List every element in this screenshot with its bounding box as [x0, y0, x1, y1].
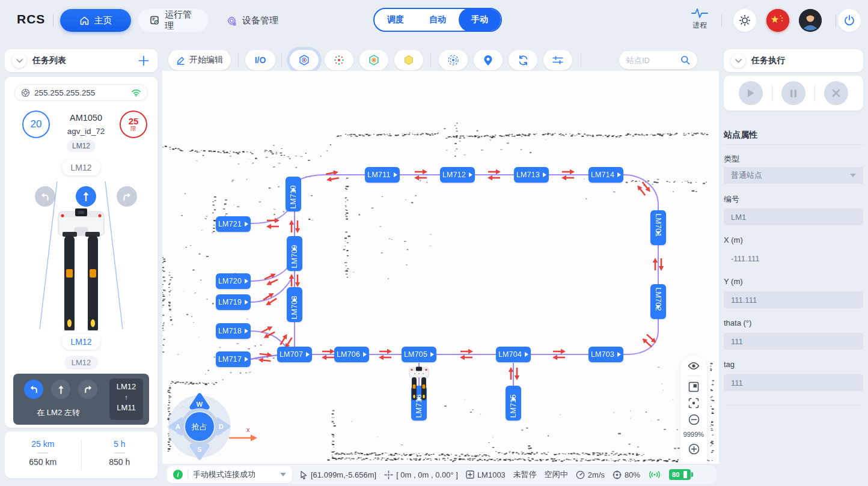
layer-area-button[interactable] [394, 50, 423, 70]
station-label-LM701[interactable]: LM701 [650, 210, 666, 245]
search-icon[interactable] [680, 55, 690, 65]
station-label-LM717[interactable]: LM717 [216, 351, 251, 367]
direction-triangle-icon [363, 352, 367, 357]
station-label-LM703[interactable]: LM703 [588, 347, 623, 362]
field-number-label: 编号 [724, 194, 739, 205]
collapse-task-list-button[interactable] [12, 53, 26, 68]
station-label-LM702[interactable]: LM702 [650, 284, 666, 319]
cursor-position-value: [61.099m,-5.656m] [311, 470, 376, 479]
station-label-LM718[interactable]: LM718 [216, 323, 251, 339]
task-cancel-button[interactable] [824, 81, 848, 105]
radar-button[interactable] [439, 50, 468, 70]
divider [37, 452, 48, 454]
field-tag-input[interactable]: 111 [724, 374, 863, 391]
station-label-LM707[interactable]: LM707 [277, 347, 312, 362]
connection-status-dropdown[interactable]: i 手动模式连接成功 [167, 466, 292, 483]
station-label-LM709[interactable]: LM709 [287, 236, 302, 271]
user-avatar[interactable] [799, 9, 822, 32]
nav-turn-left-button[interactable] [24, 380, 43, 399]
minimap-button[interactable] [688, 381, 699, 392]
station-label-LM704[interactable]: LM704 [496, 347, 531, 362]
task-exec-header: 任务执行 [724, 49, 863, 72]
zoom-in-button[interactable] [688, 443, 700, 455]
field-type-label: 类型 [724, 154, 739, 165]
nav-operation[interactable]: 运行管理 [138, 9, 208, 32]
location-pin-icon [483, 55, 493, 66]
direction-triangle-icon [245, 222, 248, 226]
nav-straight-button[interactable] [51, 380, 70, 399]
station-label-LM711[interactable]: LM711 [365, 167, 400, 183]
io-button[interactable]: I/O [245, 50, 275, 70]
collapse-task-exec-button[interactable] [731, 53, 745, 68]
station-label-LM712[interactable]: LM712 [440, 167, 475, 183]
refresh-button[interactable] [509, 50, 537, 70]
power-button[interactable] [838, 9, 861, 32]
zoom-out-button[interactable] [688, 414, 700, 425]
gauge-icon [576, 470, 585, 479]
station-label-LM706[interactable]: LM706 [334, 347, 369, 362]
center-focus-button[interactable] [688, 398, 699, 409]
map-canvas-area[interactable]: LM710LM709LM708LM721LM720LM719LM718LM717… [162, 71, 719, 464]
language-flag-button[interactable] [766, 9, 789, 32]
layer-scatter-button[interactable] [325, 50, 353, 70]
station-label-LM710[interactable]: LM710 [286, 177, 301, 211]
field-y-value: 111.111 [731, 296, 757, 305]
hexagon-target-icon [368, 54, 380, 66]
mode-dispatch[interactable]: 调度 [374, 8, 417, 32]
field-type-select[interactable]: 普通站点 [724, 167, 863, 184]
process-button[interactable]: 进程 [688, 7, 712, 31]
mode-auto[interactable]: 自动 [417, 8, 459, 32]
joystick-down-label: S [197, 446, 201, 453]
start-edit-button[interactable]: 开始编辑 [168, 50, 231, 70]
agv-robot-marker[interactable] [408, 366, 430, 401]
field-y-input[interactable]: 111.111 [724, 291, 863, 308]
station-label-LM719[interactable]: LM719 [216, 294, 251, 310]
nav-instruction: 在 LM2 左转 [13, 407, 103, 418]
field-theta-value: 111 [731, 337, 743, 346]
speed-limit-value: 25 [129, 117, 139, 126]
mode-manual[interactable]: 手动 [459, 8, 501, 32]
divider [53, 14, 53, 27]
nav-turn-right-button[interactable] [78, 380, 97, 399]
station-label-LM720[interactable]: LM720 [216, 273, 251, 289]
agv-ip-field[interactable]: 255.255.255.255 [14, 84, 148, 101]
task-list-title: 任务列表 [32, 55, 137, 66]
add-task-button[interactable] [137, 54, 150, 67]
hours-stat: 5 h 850 h [82, 431, 158, 478]
nav-home[interactable]: 主页 [60, 9, 131, 32]
radar-icon [447, 54, 459, 66]
field-number-input[interactable]: LM1 [724, 208, 863, 225]
task-play-button[interactable] [739, 81, 763, 105]
station-label-LM705[interactable]: LM705 [402, 347, 436, 362]
right-panel: 任务执行 站点属性 类型 普通站点 编号 LM1 X (m) -111.111 … [719, 41, 868, 486]
task-pause-button[interactable] [781, 81, 805, 105]
station-label-LM721[interactable]: LM721 [216, 216, 251, 232]
locate-button[interactable] [474, 50, 503, 70]
nav-route-to: LM11 [109, 401, 143, 414]
target-icon [613, 470, 622, 479]
station-label-LM715[interactable]: LM715 [506, 386, 521, 421]
process-label: 进程 [688, 20, 712, 31]
visibility-button[interactable] [688, 362, 700, 370]
station-search-input[interactable] [626, 56, 676, 65]
close-icon [832, 89, 840, 97]
nav-device[interactable]: 设备管理 [215, 9, 289, 32]
direction-triangle-icon [525, 352, 528, 357]
minus-circle-icon [688, 414, 700, 425]
divider [581, 53, 581, 67]
filter-settings-button[interactable] [543, 50, 572, 70]
layer-station-button[interactable] [290, 50, 319, 70]
station-label-LM708[interactable]: LM708 [287, 287, 302, 322]
joystick-left-label: A [176, 423, 180, 430]
power-icon [843, 14, 855, 26]
current-speed-value: 20 [31, 118, 42, 130]
field-tag-value: 111 [731, 378, 743, 387]
field-theta-input[interactable]: 111 [724, 333, 863, 350]
station-label-LM714[interactable]: LM714 [588, 167, 623, 183]
signal-item [648, 470, 661, 479]
joystick-right-label: D [219, 423, 224, 430]
chevron-down-icon [280, 473, 286, 476]
theme-toggle-button[interactable] [733, 9, 756, 32]
station-label-LM713[interactable]: LM713 [514, 167, 549, 183]
layer-target-button[interactable] [359, 50, 388, 70]
